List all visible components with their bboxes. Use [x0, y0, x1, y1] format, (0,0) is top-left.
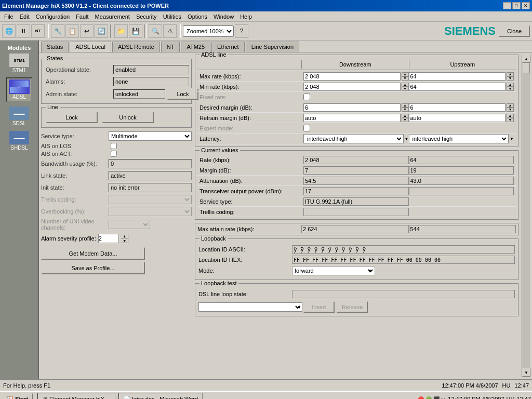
retrain-margin-ds-arrows[interactable]: ▲ ▼ [402, 114, 409, 122]
alarm-severity-up[interactable]: ▲ [121, 234, 128, 238]
toolbar-btn-4[interactable]: 📋 [65, 24, 79, 38]
tab-adsl-local[interactable]: ADSL Local [70, 42, 111, 52]
help-button[interactable]: ? [235, 24, 248, 38]
trellis-coding-select[interactable] [109, 195, 192, 204]
toolbar-btn-3[interactable]: 🔧 [51, 24, 64, 38]
uni-channels-select[interactable] [109, 220, 150, 229]
taskbar-ms-word[interactable]: 📄 krisz.doc - Microsoft Word [118, 393, 203, 399]
toolbar-btn-5[interactable]: ↩ [80, 24, 94, 38]
fixed-rate-ds-checkbox[interactable] [303, 94, 310, 100]
line-lock-button[interactable]: Lock [46, 112, 98, 123]
loopback-mode-select[interactable]: forward [292, 266, 375, 275]
max-rate-upstream-input[interactable] [409, 72, 506, 81]
expert-mode-checkbox[interactable] [303, 125, 310, 131]
menu-utilities[interactable]: Utilities [160, 12, 184, 21]
tab-status[interactable]: Status [41, 42, 69, 52]
bandwidth-input[interactable] [109, 159, 192, 168]
sidebar-item-adsl[interactable]: ↔ ADSL [6, 77, 32, 102]
loopback-test-select[interactable] [198, 302, 302, 312]
sidebar-item-shdsl[interactable]: ▬▬▬ SHDSL [9, 130, 30, 151]
toolbar-btn-2[interactable]: ⏸ [17, 24, 30, 38]
overbooking-select[interactable] [109, 207, 192, 216]
line-unlock-button[interactable]: Unlock [102, 112, 154, 123]
tab-atm25[interactable]: ATM25 [181, 42, 210, 52]
retrain-margin-us-up[interactable]: ▲ [507, 114, 514, 118]
close-button[interactable]: ✕ [522, 2, 530, 9]
max-rate-ds-down[interactable]: ▼ [402, 76, 409, 81]
desired-margin-ds-arrows[interactable]: ▲ ▼ [402, 103, 409, 112]
max-rate-ds-arrows[interactable]: ▲ ▼ [402, 72, 409, 81]
max-rate-us-up[interactable]: ▲ [507, 72, 514, 76]
toolbar-btn-9[interactable]: 🔍 [149, 24, 162, 38]
retrain-margin-us-arrows[interactable]: ▲ ▼ [507, 114, 514, 122]
toolbar-btn-1[interactable]: 🌐 [2, 24, 16, 38]
menu-options[interactable]: Options [184, 12, 210, 21]
latency-us-select[interactable]: interleaved high [409, 134, 509, 143]
max-rate-downstream-input[interactable] [303, 72, 401, 81]
menu-fault[interactable]: Fault [73, 12, 91, 21]
retrain-margin-ds-down[interactable]: ▼ [402, 118, 409, 122]
tab-ethernet[interactable]: Ethernet [211, 42, 245, 52]
latency-ds-select[interactable]: interleaved high [303, 134, 404, 143]
min-rate-ds-arrows[interactable]: ▲ ▼ [402, 83, 409, 91]
desired-margin-us-input[interactable] [409, 103, 506, 112]
menu-measurement[interactable]: Measurement [92, 12, 133, 21]
menu-file[interactable]: File [1, 12, 17, 21]
save-as-profile-button[interactable]: Save as Profile... [41, 262, 145, 274]
retrain-margin-us-input[interactable] [409, 114, 506, 122]
sidebar-item-sdsl[interactable]: ▬▬▬ SDSL [9, 106, 30, 126]
min-rate-us-down[interactable]: ▼ [507, 87, 514, 91]
toolbar-btn-7[interactable]: 📁 [114, 24, 128, 38]
toolbar-btn-6[interactable]: 🔄 [95, 24, 108, 38]
desired-margin-ds-down[interactable]: ▼ [402, 108, 409, 112]
min-rate-us-arrows[interactable]: ▲ ▼ [507, 83, 514, 91]
sidebar-item-stm1[interactable]: STM1 STM1 [9, 53, 30, 73]
toolbar-btn-8[interactable]: 💾 [129, 24, 142, 38]
retrain-margin-us-down[interactable]: ▼ [507, 118, 514, 122]
alarms-input[interactable] [113, 77, 189, 86]
main-close-button[interactable]: Close [499, 25, 530, 37]
op-state-input[interactable] [113, 65, 189, 74]
menu-configuration[interactable]: Configuration [33, 12, 73, 21]
min-rate-us-up[interactable]: ▲ [507, 83, 514, 87]
alarm-severity-down[interactable]: ▼ [121, 238, 128, 243]
min-rate-upstream-input[interactable] [409, 83, 506, 91]
taskbar-em-hix[interactable]: 🖥 Element Manager hiX ... [37, 393, 115, 399]
admin-state-input[interactable] [113, 89, 165, 99]
service-type-select[interactable]: Multimode [109, 131, 192, 141]
title-buttons[interactable]: _ □ ✕ [503, 2, 530, 9]
release-button[interactable]: Release [337, 301, 368, 313]
get-modem-data-button[interactable]: Get Modem Data... [41, 247, 145, 260]
scroll-track[interactable] [522, 63, 530, 368]
menu-help[interactable]: Help [237, 12, 255, 21]
retrain-margin-ds-up[interactable]: ▲ [402, 114, 409, 118]
maximize-button[interactable]: □ [512, 2, 521, 9]
insert-button[interactable]: Insert [303, 301, 335, 313]
scroll-up-button[interactable]: ▲ [522, 55, 530, 63]
minimize-button[interactable]: _ [503, 2, 511, 9]
ais-act-checkbox[interactable] [111, 151, 117, 157]
min-rate-ds-down[interactable]: ▼ [402, 87, 409, 91]
scroll-thumb[interactable] [523, 63, 530, 73]
menu-edit[interactable]: Edit [17, 12, 33, 21]
min-rate-downstream-input[interactable] [303, 83, 401, 91]
max-rate-us-down[interactable]: ▼ [507, 76, 514, 81]
min-rate-ds-up[interactable]: ▲ [402, 83, 409, 87]
scrollbar[interactable]: ▲ ▼ [522, 55, 530, 377]
tab-line-supervision[interactable]: Line Supervision [246, 42, 299, 52]
ais-los-checkbox[interactable] [111, 143, 117, 149]
desired-margin-us-up[interactable]: ▲ [507, 103, 514, 108]
desired-margin-us-down[interactable]: ▼ [507, 108, 514, 112]
toolbar-btn-nt[interactable]: NT [31, 24, 45, 38]
scroll-down-button[interactable]: ▼ [522, 368, 530, 377]
toolbar-btn-alert[interactable]: ⚠ [163, 24, 177, 38]
desired-margin-ds-up[interactable]: ▲ [402, 103, 409, 108]
max-rate-us-arrows[interactable]: ▲ ▼ [507, 72, 514, 81]
alarm-severity-spinner[interactable]: ▲ ▼ [121, 234, 128, 243]
start-button[interactable]: 🪟 Start [1, 393, 33, 399]
zoom-select[interactable]: Zoomed 100% [183, 25, 234, 37]
desired-margin-us-arrows[interactable]: ▲ ▼ [507, 103, 514, 112]
lock-button[interactable]: Lock [167, 88, 198, 100]
max-rate-ds-up[interactable]: ▲ [402, 72, 409, 76]
retrain-margin-ds-input[interactable] [303, 114, 401, 122]
